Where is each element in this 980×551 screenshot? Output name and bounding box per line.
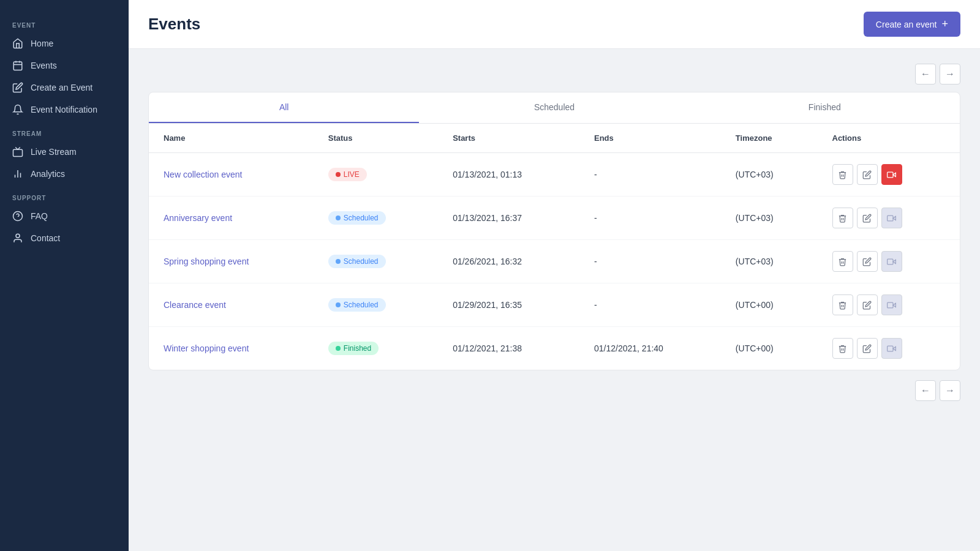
sidebar-section-stream: STREAM [0,121,129,141]
event-name-3[interactable]: Clearance event [164,300,226,310]
table-row: Winter shopping eventFinished01/12/2021,… [149,327,960,370]
ends-2: - [579,240,721,283]
event-name-0[interactable]: New collection event [164,170,242,179]
svg-marker-11 [893,173,895,176]
status-badge-2: Scheduled [328,255,386,268]
actions-1 [832,208,946,228]
next-page-bottom-button[interactable]: → [940,380,960,401]
sidebar-item-create-event[interactable]: Create an Event [0,77,129,99]
actions-0 [832,164,946,185]
status-dot [336,346,341,351]
event-name-1[interactable]: Anniversary event [164,213,232,223]
sidebar-item-home[interactable]: Home [0,32,129,54]
col-header-status: Status [314,124,438,153]
contact-icon [12,233,23,244]
svg-rect-0 [13,62,22,70]
edit-button-3[interactable] [857,294,878,315]
edit-button-1[interactable] [857,208,878,228]
table-row: Spring shopping eventScheduled01/26/2021… [149,240,960,283]
delete-button-0[interactable] [832,164,853,185]
ends-3: - [579,283,721,327]
sidebar-item-faq[interactable]: FAQ [0,205,129,227]
prev-page-button[interactable]: ← [915,64,936,84]
status-dot [336,172,341,177]
page-header: Events Create an event + [129,0,980,49]
event-name-2[interactable]: Spring shopping event [164,257,249,266]
create-icon [12,82,23,93]
top-pagination: ← → [148,64,960,84]
status-dot [336,259,341,264]
create-event-button[interactable]: Create an event + [864,12,960,37]
video-button-1 [881,208,902,228]
delete-button-4[interactable] [832,338,853,359]
faq-icon [12,211,23,222]
col-header-ends: Ends [579,124,721,153]
timezone-0: (UTC+03) [721,153,818,197]
status-text: Scheduled [344,301,379,309]
svg-marker-15 [893,260,895,263]
delete-button-2[interactable] [832,251,853,272]
tabs-bar: AllScheduledFinished [149,92,960,124]
events-table-card: AllScheduledFinished NameStatusStartsEnd… [148,92,960,370]
table-row: Clearance eventScheduled01/29/2021, 16:3… [149,283,960,327]
status-text: Scheduled [344,214,379,222]
ends-1: - [579,197,721,240]
delete-button-3[interactable] [832,294,853,315]
svg-rect-4 [13,149,23,156]
starts-2: 01/26/2021, 16:32 [438,240,579,283]
sidebar-item-contact[interactable]: Contact [0,227,129,249]
svg-rect-14 [888,216,893,221]
col-header-timezone: Timezone [721,124,818,153]
delete-button-1[interactable] [832,208,853,228]
video-button-4 [881,338,902,359]
event-name-4[interactable]: Winter shopping event [164,343,249,353]
sidebar-item-live-stream[interactable]: Live Stream [0,141,129,163]
analytics-icon [12,168,23,179]
edit-button-0[interactable] [857,164,878,185]
video-button-2 [881,251,902,272]
next-page-button[interactable]: → [940,64,960,84]
svg-rect-12 [888,172,893,178]
svg-marker-13 [893,216,895,220]
status-dot [336,302,341,307]
edit-button-4[interactable] [857,338,878,359]
main-content: Events Create an event + ← → AllSchedule… [129,0,980,551]
svg-rect-16 [888,259,893,264]
table-row: Anniversary eventScheduled01/13/2021, 16… [149,197,960,240]
svg-point-10 [16,234,20,238]
table-row: New collection eventLIVE01/13/2021, 01:1… [149,153,960,197]
home-icon [12,38,23,49]
svg-rect-20 [888,346,893,351]
notification-icon [12,104,23,115]
tab-scheduled[interactable]: Scheduled [419,92,689,123]
sidebar-section-event: EVENT [0,12,129,32]
video-button-0[interactable] [881,164,902,185]
plus-icon: + [941,18,948,31]
tab-all[interactable]: All [149,92,419,123]
status-badge-4: Finished [328,342,379,355]
video-button-3 [881,294,902,315]
status-badge-0: LIVE [328,168,367,181]
timezone-2: (UTC+03) [721,240,818,283]
sidebar-item-label-live-stream: Live Stream [31,147,77,157]
status-badge-1: Scheduled [328,211,386,225]
sidebar-item-label-event-notification: Event Notification [31,105,97,114]
events-icon [12,60,23,71]
sidebar-item-events[interactable]: Events [0,54,129,77]
sidebar-item-label-contact: Contact [31,233,60,243]
sidebar-item-event-notification[interactable]: Event Notification [0,99,129,121]
sidebar-item-label-events: Events [31,61,57,70]
svg-marker-17 [893,303,895,307]
prev-page-bottom-button[interactable]: ← [915,380,936,401]
starts-3: 01/29/2021, 16:35 [438,283,579,327]
actions-2 [832,251,946,272]
bottom-pagination: ← → [148,380,960,401]
svg-rect-18 [888,302,893,308]
tab-finished[interactable]: Finished [690,92,960,123]
sidebar-item-label-create-event: Create an Event [31,83,92,92]
table-header: NameStatusStartsEndsTimezoneActions [149,124,960,153]
sidebar: EVENTHomeEventsCreate an EventEvent Noti… [0,0,129,551]
sidebar-item-analytics[interactable]: Analytics [0,163,129,185]
edit-button-2[interactable] [857,251,878,272]
sidebar-section-support: SUPPORT [0,185,129,205]
